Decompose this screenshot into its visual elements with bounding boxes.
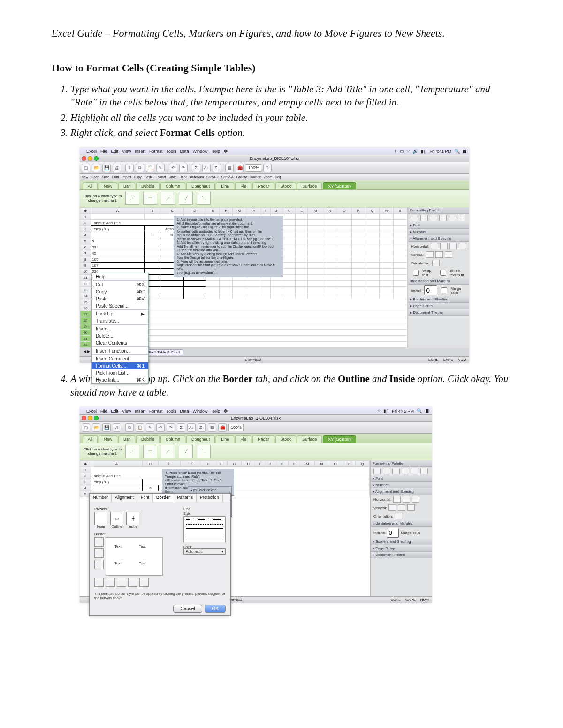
list-icon[interactable]: ≣	[425, 408, 429, 413]
ribbon-tab-pie[interactable]: Pie	[235, 182, 251, 189]
border-bottom-button[interactable]	[94, 560, 104, 569]
save-button[interactable]: 💾	[102, 423, 111, 432]
palette-theme-section[interactable]: ▸ Document Theme	[408, 309, 469, 316]
menu-data[interactable]: Data	[180, 149, 189, 154]
menu-format[interactable]: Format	[149, 149, 163, 154]
toolbox-button[interactable]: 🧰	[218, 423, 227, 432]
chart-type-scatter-straight-icon[interactable]: ╱	[179, 445, 193, 458]
ribbon-tab-surface[interactable]: Surface	[297, 182, 322, 189]
gallery-button[interactable]: ▦	[208, 423, 216, 432]
sort-desc-button[interactable]: Z↓	[198, 423, 206, 432]
close-icon[interactable]	[82, 156, 86, 161]
palette-align-section[interactable]: ▾ Alignment and Spacing	[408, 235, 469, 242]
new-button[interactable]: ▢	[82, 164, 90, 172]
menu-edit[interactable]: Edit	[111, 149, 119, 154]
palette-font-icon[interactable]	[411, 215, 418, 221]
palette-project-icon[interactable]	[458, 215, 465, 221]
valign-mid-icon[interactable]	[435, 251, 443, 258]
copy-button[interactable]: ⧉	[125, 423, 134, 432]
preset-outline-button[interactable]: ▭	[110, 512, 123, 525]
traffic-lights[interactable]	[82, 156, 99, 161]
chart-type-scatter-straight-icon[interactable]: ╱	[179, 192, 193, 205]
ctx-paste[interactable]: Paste⌘V	[92, 295, 148, 302]
ribbon-tab-column[interactable]: Column	[160, 182, 185, 189]
zoom-icon[interactable]	[94, 156, 99, 161]
border-right-button[interactable]	[128, 578, 137, 587]
dlg-tab-number[interactable]: Number	[90, 494, 112, 502]
menu-help[interactable]: Help	[211, 149, 220, 154]
ctx-format-cells[interactable]: Format Cells...⌘1	[92, 362, 148, 369]
dialog-ok-button[interactable]: OK	[205, 605, 226, 613]
border-left-button[interactable]	[106, 578, 115, 587]
list-icon[interactable]: ≣	[463, 149, 466, 154]
menu-view[interactable]: View	[122, 149, 131, 154]
ctx-lookup[interactable]: Look Up▶	[92, 310, 148, 317]
line-style-list[interactable]	[183, 516, 226, 542]
palette-compat-icon[interactable]	[449, 215, 456, 221]
select-all-corner[interactable]: ◆	[80, 208, 91, 214]
redo-button[interactable]: ↷	[167, 423, 175, 432]
chart-type-scatter-markers-icon[interactable]: ⋱	[197, 445, 211, 458]
ribbon-tab-bar[interactable]: Bar	[118, 182, 135, 189]
redo-button[interactable]: ↷	[179, 164, 188, 172]
ctx-clear[interactable]: Clear Contents	[92, 339, 148, 346]
palette-object-icon[interactable]	[420, 215, 428, 221]
chart-type-scatter-markers-icon[interactable]: ⋱	[197, 192, 211, 205]
save-button[interactable]: 💾	[102, 164, 111, 172]
context-menu[interactable]: Help Cut⌘X Copy⌘C Paste⌘V Paste Special.…	[91, 273, 149, 384]
align-left-icon[interactable]	[431, 243, 438, 249]
import-button[interactable]: ⇩	[125, 164, 134, 172]
autosum-button[interactable]: Σ	[177, 423, 185, 432]
format-cells-dialog[interactable]: Number Alignment Font Border Patterns Pr…	[89, 493, 231, 616]
ctx-delete[interactable]: Delete...	[92, 332, 148, 339]
sort-asc-button[interactable]: A↓	[202, 164, 211, 172]
spotlight-icon[interactable]: 🔍	[454, 149, 460, 154]
ctx-insert-comment[interactable]: Insert Comment	[92, 355, 148, 362]
align-right-icon[interactable]	[449, 243, 457, 249]
undo-button[interactable]: ↶	[156, 423, 165, 432]
toolbox-button[interactable]: 🧰	[236, 164, 244, 172]
print-button[interactable]: 🖨	[113, 423, 121, 432]
paste-button[interactable]: 📋	[136, 423, 144, 432]
chart-type-scatter-icon[interactable]: ⋰	[125, 192, 139, 205]
dlg-tab-alignment[interactable]: Alignment	[112, 494, 137, 502]
border-diag2-button[interactable]	[139, 578, 149, 587]
gallery-button[interactable]: ▦	[225, 164, 234, 172]
ctx-pick-from-list[interactable]: Pick From List...	[92, 369, 148, 376]
ribbon-tab-bubble[interactable]: Bubble	[136, 182, 160, 189]
ribbon-tab-xyscatter[interactable]: XY (Scatter)	[323, 182, 356, 189]
palette-borders-section[interactable]: ▸ Borders and Shading	[408, 296, 469, 303]
align-justify-icon[interactable]	[459, 243, 466, 249]
menu-file[interactable]: File	[100, 149, 107, 154]
menu-excel[interactable]: Excel	[86, 149, 97, 154]
help-button[interactable]: ?	[263, 164, 272, 172]
new-button[interactable]: ▢	[82, 423, 90, 432]
palette-font-section[interactable]: ▸ Font	[408, 222, 469, 229]
open-button[interactable]: 📂	[92, 423, 100, 432]
undo-button[interactable]: ↶	[169, 164, 177, 172]
palette-page-section[interactable]: ▸ Page Setup	[408, 303, 469, 309]
copy-button[interactable]: ⧉	[136, 164, 144, 172]
print-button[interactable]: 🖨	[113, 164, 121, 172]
wrap-text-checkbox[interactable]	[413, 270, 419, 276]
ribbon-tab-doughnut[interactable]: Doughnut	[186, 182, 215, 189]
paste-button[interactable]: 📋	[146, 164, 154, 172]
border-mid-button[interactable]	[94, 548, 104, 558]
dlg-tab-font[interactable]: Font	[137, 494, 153, 502]
dlg-tab-protection[interactable]: Protection	[197, 494, 223, 502]
dialog-cancel-button[interactable]: Cancel	[173, 605, 202, 613]
border-color-dropdown[interactable]: Automatic▾	[183, 548, 226, 555]
palette-number-section[interactable]: ▸ Number	[408, 229, 469, 235]
chart-type-scatter-icon[interactable]: ⋰	[125, 445, 139, 458]
spotlight-icon[interactable]: 🔍	[417, 408, 422, 413]
ctx-insert-function[interactable]: Insert Function...	[92, 347, 148, 354]
ribbon-tab-stock[interactable]: Stock	[275, 182, 297, 189]
ctx-hyperlink[interactable]: Hyperlink...⌘K	[92, 376, 148, 383]
chart-type-scatter-smooth-icon[interactable]: 〰	[143, 192, 157, 205]
sheet-tab-3[interactable]: PA 1 Table & Chart	[145, 349, 183, 355]
format-painter-button[interactable]: ✎	[146, 423, 154, 432]
ctx-cut[interactable]: Cut⌘X	[92, 281, 148, 288]
sort-asc-button[interactable]: A↓	[187, 423, 196, 432]
open-button[interactable]: 📂	[92, 164, 100, 172]
ribbon-tab-all[interactable]: All	[83, 182, 98, 189]
